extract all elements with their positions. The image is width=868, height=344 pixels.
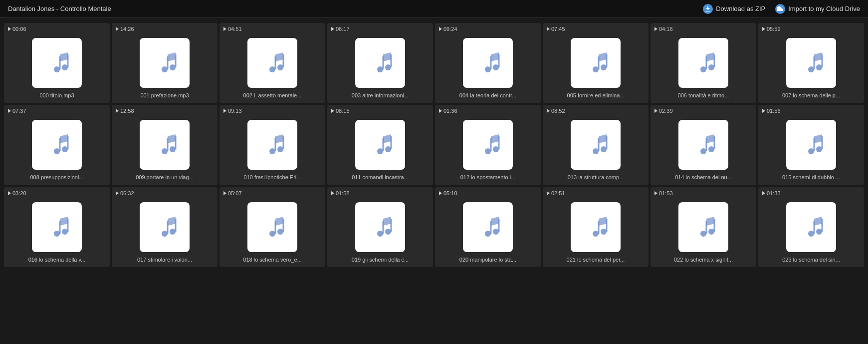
play-icon [223, 109, 226, 113]
media-card[interactable]: 07:37 008 presupposizioni... [4, 105, 110, 185]
track-label: 000 titolo.mp3 [39, 92, 74, 99]
duration-badge: 05:07 [223, 190, 242, 196]
svg-point-101 [485, 231, 491, 237]
track-thumbnail [247, 38, 297, 88]
svg-point-51 [269, 148, 275, 154]
play-icon [331, 109, 334, 113]
play-icon [654, 109, 657, 113]
music-note-icon [796, 130, 826, 160]
track-label: 008 presupposizioni... [30, 174, 83, 181]
track-thumbnail [786, 120, 836, 170]
header-title: Dantalion Jones - Controllo Mentale [8, 5, 111, 12]
svg-point-116 [808, 231, 814, 237]
media-card[interactable]: 01:56 015 schemi di dubbio ... [758, 105, 864, 185]
svg-point-62 [493, 146, 499, 152]
duration-text: 06:17 [336, 26, 350, 32]
svg-point-61 [485, 148, 491, 154]
media-card[interactable]: 06:17 003 altre informazioni... [327, 23, 433, 103]
svg-point-81 [54, 231, 60, 237]
music-note-icon [42, 212, 72, 242]
duration-badge: 03:20 [8, 190, 26, 196]
duration-badge: 05:59 [762, 26, 781, 32]
import-cloud-button[interactable]: Import to my Cloud Drive [775, 4, 860, 14]
duration-text: 01:36 [443, 108, 457, 114]
svg-point-31 [700, 66, 706, 72]
play-icon [331, 27, 334, 31]
svg-point-42 [62, 146, 68, 152]
track-thumbnail [463, 120, 513, 170]
svg-point-37 [816, 64, 822, 70]
svg-point-117 [816, 229, 822, 235]
track-thumbnail [571, 38, 621, 88]
play-icon [439, 191, 442, 195]
play-icon [547, 109, 550, 113]
track-label: 022 lo schema x signif... [674, 256, 733, 263]
track-thumbnail [140, 38, 190, 88]
media-grid: 00:06 000 titolo.mp314:26 001 prefazione… [0, 18, 868, 272]
play-icon [8, 109, 11, 113]
media-card[interactable]: 03:20 016 lo schema della v... [4, 187, 110, 267]
media-card[interactable]: 05:10 020 manipolare lo sta... [435, 187, 541, 267]
media-card[interactable]: 08:15 011 comandi incastra... [327, 105, 433, 185]
track-thumbnail [32, 202, 82, 252]
media-card[interactable]: 08:52 013 la struttura comp... [543, 105, 649, 185]
media-card[interactable]: 02:39 014 lo schema del nu... [651, 105, 756, 185]
music-note-icon [257, 130, 287, 160]
svg-point-56 [377, 148, 383, 154]
media-card[interactable]: 05:07 018 lo schema vero_e... [219, 187, 325, 267]
media-card[interactable]: 14:26 001 prefazione.mp3 [112, 23, 217, 103]
svg-point-47 [170, 146, 176, 152]
media-card[interactable]: 05:59 007 lo schema delle p... [758, 23, 864, 103]
duration-badge: 08:52 [547, 108, 565, 114]
duration-text: 02:39 [659, 108, 673, 114]
svg-point-91 [269, 231, 275, 237]
play-icon [654, 191, 657, 195]
media-card[interactable]: 06:32 017 stimolare i valori... [112, 187, 217, 267]
duration-badge: 12:58 [116, 108, 134, 114]
track-thumbnail [678, 202, 728, 252]
media-card[interactable]: 07:45 005 fornire ed elimina... [543, 23, 649, 103]
svg-point-26 [593, 66, 599, 72]
media-card[interactable]: 01:58 019 gli schemi della c... [327, 187, 433, 267]
music-note-icon [473, 212, 503, 242]
track-thumbnail [571, 202, 621, 252]
music-note-icon [257, 212, 287, 242]
track-label: 005 fornire ed elimina... [567, 92, 625, 99]
track-thumbnail [247, 120, 297, 170]
download-zip-button[interactable]: Download as ZIP [703, 4, 765, 14]
track-label: 021 lo schema del per... [567, 256, 625, 263]
duration-text: 00:06 [12, 26, 26, 32]
duration-text: 04:16 [659, 26, 673, 32]
track-thumbnail [355, 38, 405, 88]
media-card[interactable]: 04:16 006 tonalità e ritmo... [651, 23, 756, 103]
duration-badge: 01:36 [439, 108, 457, 114]
music-note-icon [42, 48, 72, 78]
svg-point-27 [601, 64, 607, 70]
duration-text: 03:20 [12, 190, 26, 196]
svg-point-107 [601, 229, 607, 235]
duration-text: 09:13 [228, 108, 242, 114]
media-card[interactable]: 04:51 002 l_assetto mentale... [219, 23, 325, 103]
media-card[interactable]: 09:13 010 frasi ipnotiche Eri... [219, 105, 325, 185]
play-icon [223, 27, 226, 31]
media-card[interactable]: 01:53 022 lo schema x signif... [651, 187, 756, 267]
media-card[interactable]: 12:58 009 portare in un viag... [112, 105, 217, 185]
duration-badge: 05:10 [439, 190, 457, 196]
media-card[interactable]: 02:51 021 lo schema del per... [543, 187, 649, 267]
track-label: 019 gli schemi della c... [352, 256, 409, 263]
track-thumbnail [678, 120, 728, 170]
media-card[interactable]: 01:36 012 lo spostamento i... [435, 105, 541, 185]
duration-badge: 01:56 [762, 108, 781, 114]
media-card[interactable]: 09:24 004 la teoria del contr... [435, 23, 541, 103]
duration-badge: 07:37 [8, 108, 26, 114]
track-thumbnail [32, 120, 82, 170]
track-thumbnail [140, 202, 190, 252]
import-cloud-label: Import to my Cloud Drive [788, 5, 860, 12]
media-card[interactable]: 01:33 023 lo schema del sin... [758, 187, 864, 267]
duration-badge: 00:06 [8, 26, 26, 32]
duration-badge: 14:26 [116, 26, 134, 32]
duration-badge: 04:16 [654, 26, 673, 32]
track-label: 015 schemi di dubbio ... [782, 174, 840, 181]
track-label: 012 lo spostamento i... [460, 174, 516, 181]
media-card[interactable]: 00:06 000 titolo.mp3 [4, 23, 110, 103]
